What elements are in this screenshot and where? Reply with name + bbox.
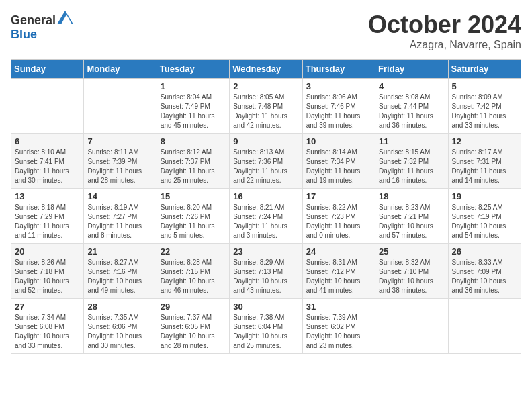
calendar-cell: 8Sunrise: 8:12 AMSunset: 7:37 PMDaylight… bbox=[157, 134, 229, 189]
calendar-cell: 17Sunrise: 8:22 AMSunset: 7:23 PMDayligh… bbox=[302, 189, 375, 244]
day-detail: Sunrise: 8:17 AMSunset: 7:31 PMDaylight:… bbox=[452, 148, 517, 185]
weekday-header-saturday: Saturday bbox=[448, 60, 521, 79]
calendar-table: SundayMondayTuesdayWednesdayThursdayFrid… bbox=[11, 59, 521, 354]
calendar-cell bbox=[84, 79, 157, 134]
day-number: 26 bbox=[452, 246, 517, 257]
day-number: 6 bbox=[15, 136, 80, 146]
day-detail: Sunrise: 7:37 AMSunset: 6:05 PMDaylight:… bbox=[161, 313, 226, 351]
calendar-cell: 30Sunrise: 7:38 AMSunset: 6:04 PMDayligh… bbox=[230, 299, 302, 354]
calendar-week-row: 6Sunrise: 8:10 AMSunset: 7:41 PMDaylight… bbox=[11, 134, 521, 189]
calendar-cell: 15Sunrise: 8:20 AMSunset: 7:26 PMDayligh… bbox=[157, 189, 229, 244]
day-number: 15 bbox=[161, 191, 226, 201]
calendar-cell: 11Sunrise: 8:15 AMSunset: 7:32 PMDayligh… bbox=[375, 134, 448, 189]
day-number: 28 bbox=[87, 302, 152, 312]
day-number: 9 bbox=[233, 136, 298, 146]
calendar-week-row: 13Sunrise: 8:18 AMSunset: 7:29 PMDayligh… bbox=[11, 189, 521, 244]
weekday-header-monday: Monday bbox=[84, 60, 157, 79]
calendar-cell: 2Sunrise: 8:05 AMSunset: 7:48 PMDaylight… bbox=[230, 79, 302, 134]
day-detail: Sunrise: 8:14 AMSunset: 7:34 PMDaylight:… bbox=[306, 148, 371, 185]
day-detail: Sunrise: 8:06 AMSunset: 7:46 PMDaylight:… bbox=[306, 93, 371, 130]
day-detail: Sunrise: 8:33 AMSunset: 7:09 PMDaylight:… bbox=[452, 258, 517, 295]
day-detail: Sunrise: 8:15 AMSunset: 7:32 PMDaylight:… bbox=[379, 148, 444, 185]
calendar-cell: 12Sunrise: 8:17 AMSunset: 7:31 PMDayligh… bbox=[448, 134, 521, 189]
day-number: 25 bbox=[379, 246, 444, 257]
day-number: 27 bbox=[15, 302, 80, 312]
calendar-cell: 25Sunrise: 8:32 AMSunset: 7:10 PMDayligh… bbox=[375, 244, 448, 299]
calendar-cell bbox=[448, 299, 521, 354]
day-detail: Sunrise: 8:25 AMSunset: 7:19 PMDaylight:… bbox=[452, 203, 517, 240]
calendar-cell: 21Sunrise: 8:27 AMSunset: 7:16 PMDayligh… bbox=[84, 244, 157, 299]
day-detail: Sunrise: 8:08 AMSunset: 7:44 PMDaylight:… bbox=[379, 93, 444, 130]
day-detail: Sunrise: 8:11 AMSunset: 7:39 PMDaylight:… bbox=[87, 148, 152, 185]
day-number: 22 bbox=[161, 246, 226, 257]
day-detail: Sunrise: 7:39 AMSunset: 6:02 PMDaylight:… bbox=[306, 313, 371, 351]
logo-general: General bbox=[11, 13, 56, 27]
day-number: 17 bbox=[306, 191, 371, 201]
day-number: 18 bbox=[379, 191, 444, 201]
calendar-cell: 24Sunrise: 8:31 AMSunset: 7:12 PMDayligh… bbox=[302, 244, 375, 299]
logo: General Blue bbox=[11, 11, 73, 42]
day-number: 21 bbox=[87, 246, 152, 257]
calendar-cell: 26Sunrise: 8:33 AMSunset: 7:09 PMDayligh… bbox=[448, 244, 521, 299]
day-detail: Sunrise: 7:35 AMSunset: 6:06 PMDaylight:… bbox=[87, 313, 152, 351]
calendar-cell: 10Sunrise: 8:14 AMSunset: 7:34 PMDayligh… bbox=[302, 134, 375, 189]
calendar-cell: 28Sunrise: 7:35 AMSunset: 6:06 PMDayligh… bbox=[84, 299, 157, 354]
day-detail: Sunrise: 8:27 AMSunset: 7:16 PMDaylight:… bbox=[87, 258, 152, 295]
calendar-cell: 18Sunrise: 8:23 AMSunset: 7:21 PMDayligh… bbox=[375, 189, 448, 244]
logo-blue: Blue bbox=[11, 28, 37, 41]
month-title: October 2024 bbox=[368, 11, 521, 39]
day-detail: Sunrise: 8:09 AMSunset: 7:42 PMDaylight:… bbox=[452, 93, 517, 130]
calendar-cell: 14Sunrise: 8:19 AMSunset: 7:27 PMDayligh… bbox=[84, 189, 157, 244]
weekday-header-thursday: Thursday bbox=[302, 60, 375, 79]
day-number: 19 bbox=[452, 191, 517, 201]
day-detail: Sunrise: 8:12 AMSunset: 7:37 PMDaylight:… bbox=[161, 148, 226, 185]
day-number: 12 bbox=[452, 136, 517, 146]
calendar-cell: 20Sunrise: 8:26 AMSunset: 7:18 PMDayligh… bbox=[11, 244, 84, 299]
day-number: 11 bbox=[379, 136, 444, 146]
day-detail: Sunrise: 8:18 AMSunset: 7:29 PMDaylight:… bbox=[15, 203, 80, 240]
day-number: 10 bbox=[306, 136, 371, 146]
calendar-cell: 23Sunrise: 8:29 AMSunset: 7:13 PMDayligh… bbox=[230, 244, 302, 299]
day-detail: Sunrise: 8:23 AMSunset: 7:21 PMDaylight:… bbox=[379, 203, 444, 240]
weekday-header-sunday: Sunday bbox=[11, 60, 84, 79]
day-detail: Sunrise: 8:21 AMSunset: 7:24 PMDaylight:… bbox=[233, 203, 298, 240]
day-number: 4 bbox=[379, 81, 444, 91]
weekday-header-row: SundayMondayTuesdayWednesdayThursdayFrid… bbox=[11, 60, 521, 79]
day-number: 30 bbox=[233, 302, 298, 312]
calendar-cell: 22Sunrise: 8:28 AMSunset: 7:15 PMDayligh… bbox=[157, 244, 229, 299]
weekday-header-friday: Friday bbox=[375, 60, 448, 79]
weekday-header-wednesday: Wednesday bbox=[230, 60, 302, 79]
weekday-header-tuesday: Tuesday bbox=[157, 60, 229, 79]
day-detail: Sunrise: 8:26 AMSunset: 7:18 PMDaylight:… bbox=[15, 258, 80, 295]
day-detail: Sunrise: 8:10 AMSunset: 7:41 PMDaylight:… bbox=[15, 148, 80, 185]
calendar-cell bbox=[375, 299, 448, 354]
day-number: 24 bbox=[306, 246, 371, 257]
calendar-cell: 4Sunrise: 8:08 AMSunset: 7:44 PMDaylight… bbox=[375, 79, 448, 134]
day-detail: Sunrise: 8:20 AMSunset: 7:26 PMDaylight:… bbox=[161, 203, 226, 240]
day-detail: Sunrise: 7:34 AMSunset: 6:08 PMDaylight:… bbox=[15, 313, 80, 351]
calendar-cell bbox=[11, 79, 84, 134]
day-detail: Sunrise: 8:28 AMSunset: 7:15 PMDaylight:… bbox=[161, 258, 226, 295]
calendar-cell: 31Sunrise: 7:39 AMSunset: 6:02 PMDayligh… bbox=[302, 299, 375, 354]
calendar-cell: 7Sunrise: 8:11 AMSunset: 7:39 PMDaylight… bbox=[84, 134, 157, 189]
day-detail: Sunrise: 8:32 AMSunset: 7:10 PMDaylight:… bbox=[379, 258, 444, 295]
calendar-cell: 3Sunrise: 8:06 AMSunset: 7:46 PMDaylight… bbox=[302, 79, 375, 134]
calendar-week-row: 1Sunrise: 8:04 AMSunset: 7:49 PMDaylight… bbox=[11, 79, 521, 134]
location-title: Azagra, Navarre, Spain bbox=[368, 39, 521, 51]
day-number: 13 bbox=[15, 191, 80, 201]
day-detail: Sunrise: 8:19 AMSunset: 7:27 PMDaylight:… bbox=[87, 203, 152, 240]
day-number: 23 bbox=[233, 246, 298, 257]
calendar-cell: 16Sunrise: 8:21 AMSunset: 7:24 PMDayligh… bbox=[230, 189, 302, 244]
day-number: 31 bbox=[306, 302, 371, 312]
calendar-cell: 13Sunrise: 8:18 AMSunset: 7:29 PMDayligh… bbox=[11, 189, 84, 244]
day-number: 5 bbox=[452, 81, 517, 91]
day-detail: Sunrise: 8:29 AMSunset: 7:13 PMDaylight:… bbox=[233, 258, 298, 295]
day-detail: Sunrise: 8:22 AMSunset: 7:23 PMDaylight:… bbox=[306, 203, 371, 240]
day-number: 16 bbox=[233, 191, 298, 201]
day-number: 1 bbox=[161, 81, 226, 91]
calendar-cell: 1Sunrise: 8:04 AMSunset: 7:49 PMDaylight… bbox=[157, 79, 229, 134]
day-number: 14 bbox=[87, 191, 152, 201]
day-detail: Sunrise: 8:04 AMSunset: 7:49 PMDaylight:… bbox=[161, 93, 226, 130]
calendar-cell: 27Sunrise: 7:34 AMSunset: 6:08 PMDayligh… bbox=[11, 299, 84, 354]
day-detail: Sunrise: 8:13 AMSunset: 7:36 PMDaylight:… bbox=[233, 148, 298, 185]
